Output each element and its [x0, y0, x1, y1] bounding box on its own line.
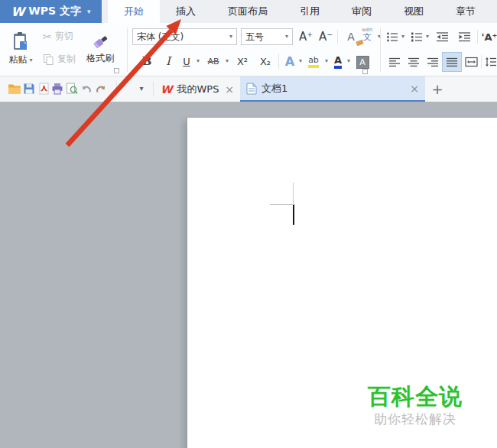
text-tool-label: 'A⁺ [482, 31, 497, 43]
chevron-down-icon: ▾ [139, 85, 143, 93]
increase-indent-icon [458, 31, 471, 43]
text-tool-button[interactable]: 'A⁺ [481, 28, 497, 45]
increase-indent-button[interactable] [456, 28, 472, 45]
tab-home[interactable]: 开始 [108, 0, 160, 23]
clear-formatting-button[interactable]: A [342, 28, 360, 45]
app-title: WPS 文字 [28, 5, 81, 18]
justify-button[interactable] [442, 52, 462, 72]
undo-icon [80, 83, 93, 95]
clear-formatting-letter: A [347, 31, 355, 43]
increase-font-size-button[interactable]: A⁺ [297, 28, 315, 45]
print-preview-icon [66, 83, 78, 95]
clipboard-dialog-launcher[interactable] [114, 68, 119, 73]
font-family-select[interactable]: 宋体 (正文) ▾ [132, 28, 237, 45]
chevron-down-icon: ▾ [401, 34, 404, 40]
pdf-export-icon [38, 83, 50, 95]
bullet-list-button[interactable] [385, 28, 399, 45]
close-icon[interactable]: × [410, 83, 419, 95]
line-spacing-button[interactable] [484, 54, 497, 70]
chevron-down-icon: ▾ [229, 34, 232, 40]
quickbar-separator [153, 82, 154, 96]
chevron-down-icon: ▾ [347, 58, 350, 64]
font-size-select[interactable]: 五号 ▾ [241, 28, 293, 45]
doc-tab-label: 我的WPS [177, 83, 219, 96]
chevron-down-icon: ▾ [226, 58, 229, 64]
redo-button[interactable] [94, 82, 108, 96]
wps-home-icon: W [161, 83, 172, 96]
decrease-font-size-button[interactable]: A⁻ [317, 28, 335, 45]
redo-icon [95, 83, 107, 95]
italic-button[interactable]: I [159, 52, 177, 70]
app-menu-button[interactable]: W WPS 文字 ▾ [0, 0, 102, 23]
document-canvas[interactable]: 百科全说 助你轻松解决 [0, 102, 497, 448]
tab-insert[interactable]: 插入 [160, 0, 212, 23]
titlebar: W WPS 文字 ▾ 开始 插入 页面布局 引用 审阅 视图 章节 [0, 0, 497, 23]
character-shading-button[interactable]: A [354, 54, 371, 70]
chevron-down-icon: ▾ [299, 58, 302, 64]
doc-tab-my-wps[interactable]: W 我的WPS × [154, 76, 240, 102]
align-center-button[interactable] [406, 54, 421, 70]
copy-icon [43, 54, 54, 66]
tab-review[interactable]: 审阅 [336, 0, 388, 23]
superscript-label: X² [237, 56, 248, 67]
font-color-dropdown[interactable]: ▾ [345, 57, 352, 65]
distribute-text-button[interactable] [463, 54, 479, 70]
strikethrough-dropdown[interactable]: ▾ [223, 57, 231, 65]
underline-dropdown[interactable]: ▾ [194, 57, 202, 65]
strikethrough-button[interactable]: AB [203, 52, 223, 70]
chevron-down-icon: ▾ [285, 34, 288, 40]
numbered-list-button[interactable] [410, 28, 424, 45]
line-spacing-icon [485, 57, 497, 67]
save-floppy-icon [23, 83, 35, 95]
superscript-button[interactable]: X² [232, 52, 252, 70]
align-right-button[interactable] [425, 54, 440, 70]
align-left-icon [388, 57, 401, 67]
decrease-indent-button[interactable] [434, 28, 450, 45]
format-painter-button[interactable]: 格式刷 [78, 25, 122, 71]
tab-section[interactable]: 章节 [440, 0, 492, 23]
phonetic-guide-dropdown[interactable]: ▾ [375, 33, 383, 41]
highlight-color-button[interactable]: ab [305, 54, 322, 70]
close-icon[interactable]: × [225, 83, 234, 96]
cut-button[interactable]: ✂ 剪切 [43, 30, 73, 43]
numbered-list-dropdown[interactable]: ▾ [424, 33, 431, 41]
ibeam-cursor [293, 183, 294, 206]
quick-access-more-dropdown[interactable]: ▾ [136, 82, 147, 96]
quickbar-separator [116, 82, 117, 96]
phonetic-guide-button[interactable]: wén 文 [362, 28, 372, 41]
print-button[interactable] [50, 82, 64, 96]
tab-references[interactable]: 引用 [284, 0, 336, 23]
underline-button[interactable]: U [179, 52, 194, 70]
group-separator [380, 28, 381, 72]
tab-page-layout[interactable]: 页面布局 [212, 0, 284, 23]
undo-button[interactable] [80, 82, 93, 96]
save-button[interactable] [22, 82, 36, 96]
font-family-value: 宋体 (正文) [137, 31, 184, 44]
copy-label: 复制 [57, 53, 76, 66]
font-dialog-launcher[interactable] [362, 69, 368, 74]
open-file-button[interactable] [8, 82, 21, 96]
text-effects-dropdown[interactable]: ▾ [297, 57, 304, 65]
tab-view[interactable]: 视图 [388, 0, 440, 23]
align-left-button[interactable] [387, 54, 402, 70]
bold-button[interactable]: B [138, 52, 156, 70]
bullet-list-dropdown[interactable]: ▾ [399, 33, 407, 41]
export-pdf-button[interactable] [37, 82, 50, 96]
strikethrough-label: AB [207, 57, 219, 67]
doc-tab-label: 文档1 [261, 82, 287, 96]
paste-button[interactable]: 粘贴 ▾ [3, 26, 38, 72]
doc-tab-document1[interactable]: 文档1 × [240, 76, 425, 102]
subscript-button[interactable]: X₂ [255, 52, 275, 70]
subscript-label: X₂ [260, 56, 271, 67]
print-preview-button[interactable] [65, 82, 79, 96]
wps-logo-icon: W [11, 5, 25, 19]
new-tab-button[interactable]: + [428, 80, 447, 98]
font-color-button[interactable]: A [330, 54, 346, 70]
text-effects-button[interactable]: A [282, 52, 297, 70]
bold-label: B [142, 54, 152, 68]
font-size-value: 五号 [245, 31, 264, 44]
chevron-down-icon: ▾ [325, 58, 328, 64]
highlight-color-dropdown[interactable]: ▾ [323, 57, 330, 65]
document-icon [246, 83, 257, 95]
copy-button[interactable]: 复制 [43, 53, 76, 66]
